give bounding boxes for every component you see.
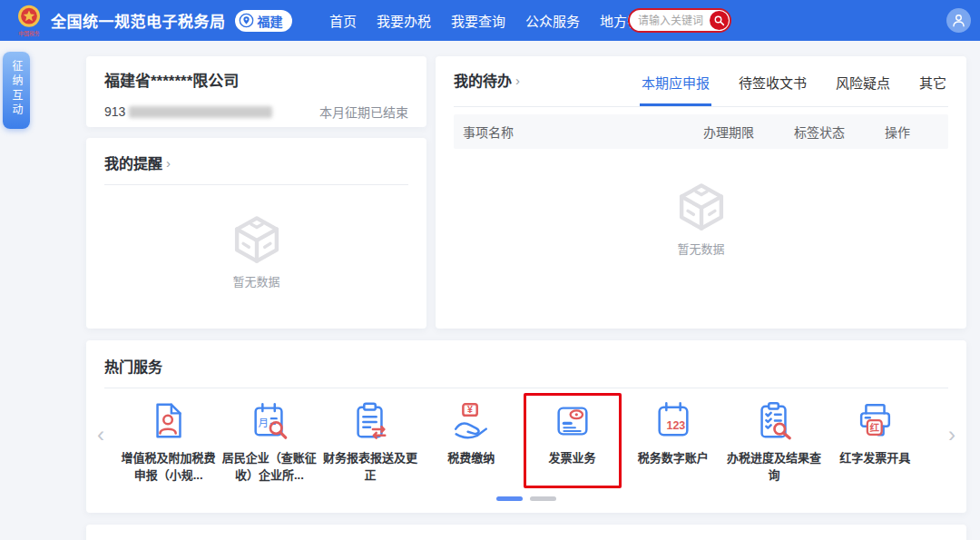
nav-item-do-tax[interactable]: 我要办税 [377, 11, 431, 30]
chevron-right-icon: › [515, 73, 520, 88]
period-status: 本月征期已结束 [319, 103, 408, 121]
invoice-eye-icon [552, 400, 593, 442]
empty-box-icon [676, 182, 727, 232]
person-icon [950, 12, 967, 29]
carousel-prev-button[interactable]: ‹ [97, 422, 104, 447]
calendar-search-icon: 月 [249, 400, 290, 442]
col-item-name: 事项名称 [463, 123, 703, 141]
todo-card: 我的待办 › 本期应申报 待签收文书 风险疑点 其它 事项名称 办理期限 标签状… [436, 56, 966, 329]
service-label: 税务数字账户 [638, 450, 709, 467]
service-label: 办税进度及结果查询 [726, 450, 822, 485]
reminders-title-link[interactable]: 我的提醒 › [104, 152, 408, 173]
todo-title-link[interactable]: 我的待办 › [454, 69, 520, 91]
bottom-partial-card [86, 525, 966, 540]
tab-documents-to-sign[interactable]: 待签收文书 [737, 69, 808, 106]
hot-services-title: 热门服务 [104, 355, 162, 377]
company-card: 福建省*******限公司 913 本月征期已结束 [86, 56, 426, 127]
service-label: 红字发票开具 [839, 450, 910, 467]
service-tax-payment[interactable]: ¥ 税费缴纳 [421, 400, 522, 485]
pagination-dash-2[interactable] [530, 496, 556, 501]
search-input[interactable] [638, 12, 710, 30]
brand: 中国税务 全国统一规范电子税务局 福建 [15, 0, 292, 41]
col-deadline: 办理期限 [703, 123, 794, 141]
col-tag-status: 标签状态 [794, 123, 885, 141]
nav-item-public-service[interactable]: 公众服务 [525, 11, 580, 30]
reminders-empty-state: 暂无数据 [104, 214, 408, 290]
service-label: 发票业务 [549, 450, 596, 467]
site-title: 全国统一规范电子税务局 [51, 9, 226, 32]
taxpayer-id-prefix: 913 [104, 104, 125, 119]
service-invoice-business[interactable]: 发票业务 [522, 400, 622, 485]
todo-title: 我的待办 [454, 69, 512, 91]
service-label: 居民企业（查账征收）企业所... [221, 450, 318, 485]
location-pin-icon [239, 13, 254, 28]
todo-table-header: 事项名称 办理期限 标签状态 操作 [454, 114, 948, 149]
nav-item-home[interactable]: 首页 [329, 11, 357, 30]
search-box [628, 8, 731, 33]
service-digital-tax-account[interactable]: 123 税务数字账户 [622, 400, 723, 485]
clipboard-transfer-icon [349, 400, 391, 442]
region-badge[interactable]: 福建 [235, 10, 292, 32]
side-tab-label: 征纳互动 [3, 60, 30, 118]
side-tab-interaction[interactable]: 征纳互动 [3, 52, 30, 129]
reminders-card: 我的提醒 › 暂无数据 [86, 138, 426, 329]
carousel-next-button[interactable]: › [948, 422, 956, 447]
service-label: 税费缴纳 [447, 450, 495, 467]
todo-tabs: 本期应申报 待签收文书 风险疑点 其它 [640, 69, 948, 106]
service-tax-progress-query[interactable]: 办税进度及结果查询 [724, 400, 825, 485]
taxpayer-id-blurred [129, 106, 272, 118]
empty-text: 暂无数据 [677, 240, 724, 257]
divider [104, 184, 408, 185]
user-avatar[interactable] [946, 8, 971, 33]
pagination-dash-1[interactable] [496, 496, 523, 501]
empty-text: 暂无数据 [232, 272, 279, 290]
divider [104, 388, 948, 388]
calendar-month-glyph: 月 [258, 417, 269, 428]
service-red-invoice-issue[interactable]: 红 红字发票开具 [825, 400, 926, 485]
reminders-title: 我的提醒 [104, 152, 162, 173]
tax-emblem-logo: 中国税务 [15, 4, 44, 38]
hand-money-icon: ¥ [450, 400, 492, 442]
tab-other[interactable]: 其它 [917, 69, 948, 106]
hot-services-card: 热门服务 ‹ › 增值税及附加税费申报（小规... [86, 340, 966, 513]
checklist-search-icon [753, 400, 795, 442]
badge-123: 123 [666, 419, 685, 432]
top-header: 中国税务 全国统一规范电子税务局 福建 首页 我要办税 我要查询 公众服务 地方… [0, 0, 980, 41]
doc-person-icon [148, 400, 190, 442]
tab-risk-points[interactable]: 风险疑点 [834, 69, 892, 106]
region-name: 福建 [258, 12, 283, 30]
tab-current-declarations[interactable]: 本期应申报 [640, 69, 711, 106]
service-resident-enterprise-tax[interactable]: 月 居民企业（查账征收）企业所... [219, 400, 319, 485]
service-financial-report[interactable]: 财务报表报送及更正 [320, 400, 421, 485]
badge-red-char: 红 [870, 422, 880, 433]
search-icon [713, 15, 725, 26]
main-nav: 首页 我要办税 我要查询 公众服务 地方特色 [329, 0, 654, 41]
yuan-glyph: ¥ [467, 404, 473, 415]
printer-red-icon: 红 [854, 400, 896, 442]
services-row: 增值税及附加税费申报（小规... 月 居民企业（查账征收）企业所... [118, 400, 926, 485]
carousel-pagination [496, 496, 556, 501]
nav-item-query[interactable]: 我要查询 [451, 11, 505, 30]
search-button[interactable] [710, 11, 729, 30]
todo-empty-state: 暂无数据 [454, 182, 948, 257]
col-operation: 操作 [885, 123, 941, 141]
calendar-123-icon: 123 [652, 400, 694, 442]
chevron-right-icon: › [166, 155, 171, 171]
service-label: 财务报表报送及更正 [322, 450, 418, 485]
svg-text:中国税务: 中国税务 [18, 30, 39, 37]
service-label: 增值税及附加税费申报（小规... [121, 450, 217, 485]
page: 中国税务 全国统一规范电子税务局 福建 首页 我要办税 我要查询 公众服务 地方… [0, 0, 980, 540]
empty-box-icon [231, 214, 282, 265]
company-name: 福建省*******限公司 [104, 68, 408, 91]
service-vat-declaration[interactable]: 增值税及附加税费申报（小规... [118, 400, 219, 485]
